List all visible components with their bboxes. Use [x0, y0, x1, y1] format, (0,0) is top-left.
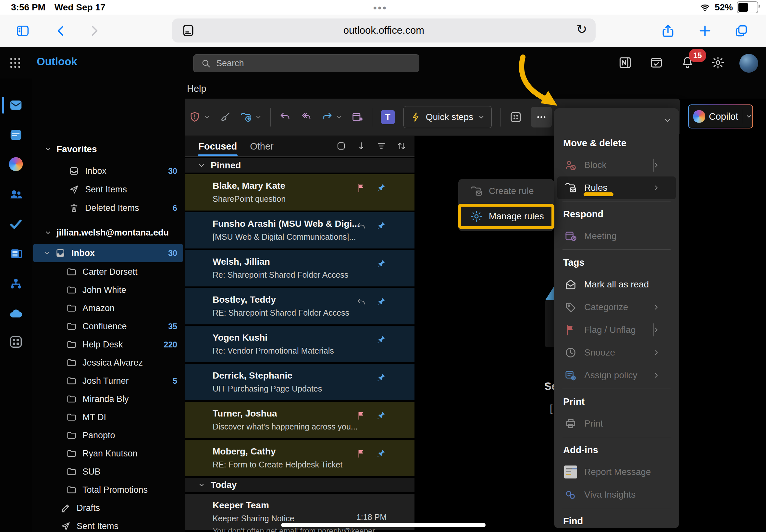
- folder-carter-dorsett[interactable]: Carter Dorsett: [33, 263, 183, 281]
- folder-total-promotions[interactable]: Total Promotions: [33, 481, 183, 499]
- reload-icon[interactable]: ↻: [576, 22, 587, 37]
- chevron-right-icon: [652, 161, 660, 169]
- back-button[interactable]: [52, 15, 70, 47]
- pin-icon: [375, 296, 386, 307]
- group-header-pinned[interactable]: Pinned: [185, 158, 415, 173]
- reply-all-button[interactable]: [300, 111, 312, 123]
- new-tab-button[interactable]: [696, 15, 714, 47]
- favorites-item-sent-items[interactable]: Sent Items: [33, 180, 183, 199]
- page-menu-icon[interactable]: [181, 23, 195, 38]
- email-sender: Keeper Team: [213, 500, 415, 511]
- folder-sent-items[interactable]: Sent Items: [33, 517, 183, 532]
- folder-sub[interactable]: SUB: [33, 463, 183, 481]
- rail-item-people[interactable]: [0, 183, 32, 206]
- tab-focused[interactable]: Focused: [198, 141, 237, 152]
- tabs-button[interactable]: [732, 15, 750, 47]
- filter-button[interactable]: [376, 141, 387, 152]
- broom-button[interactable]: [219, 111, 231, 123]
- sidebar-toggle-button[interactable]: [14, 15, 32, 47]
- rail-item-calendar[interactable]: [0, 124, 32, 146]
- teams-button[interactable]: T: [381, 110, 395, 124]
- chevron-down-icon: [203, 114, 211, 121]
- avatar[interactable]: [739, 54, 758, 73]
- favorites-header[interactable]: Favorites: [33, 140, 183, 158]
- mark-read-icon: [564, 278, 577, 291]
- folder-help-desk[interactable]: Help Desk220: [33, 335, 183, 354]
- folder-john-white[interactable]: John White: [33, 281, 183, 299]
- onenote-feed-icon[interactable]: [618, 55, 632, 70]
- folder-miranda-bly[interactable]: Miranda Bly: [33, 390, 183, 408]
- folder-icon: [66, 394, 77, 404]
- menu-item-report-message: Report Message: [557, 461, 676, 483]
- folder-icon: [66, 448, 77, 459]
- menu-divider: [563, 201, 671, 201]
- rail-item-more-apps[interactable]: [0, 331, 32, 353]
- folder-inbox[interactable]: Inbox30: [33, 244, 183, 262]
- folder-josh-turner[interactable]: Josh Turner5: [33, 372, 183, 390]
- submenu-item-manage-rules[interactable]: Manage rules: [458, 204, 554, 229]
- folder-panopto[interactable]: Panopto: [33, 426, 183, 444]
- arrow-down-button[interactable]: [356, 141, 366, 152]
- email-row[interactable]: Turner, JoshuaDiscover what's happening …: [185, 402, 415, 438]
- email-row[interactable]: Yogen KushiRe: Vendor Promotional Materi…: [185, 326, 415, 362]
- onedrive-app-icon: [8, 307, 23, 321]
- rail-item-copilot[interactable]: [0, 153, 32, 175]
- sort-button[interactable]: [396, 141, 407, 152]
- lightning-icon: [410, 112, 421, 123]
- shield-icon: [188, 111, 201, 123]
- group-header-today[interactable]: Today: [185, 478, 415, 492]
- folder-mt-di[interactable]: MT DI: [33, 408, 183, 426]
- share-button[interactable]: [659, 15, 677, 47]
- tab-other[interactable]: Other: [250, 141, 273, 152]
- account-header[interactable]: jillian.welsh@montana.edu: [33, 224, 183, 242]
- folder-icon: [66, 412, 77, 422]
- tab-help[interactable]: Help: [187, 80, 206, 97]
- settings-gear-icon[interactable]: [711, 55, 725, 70]
- folder-drafts[interactable]: Drafts: [33, 499, 183, 517]
- chevron-down-icon[interactable]: [663, 116, 672, 125]
- email-row[interactable]: Derrick, StephanieUIT Purchasing Page Up…: [185, 364, 415, 400]
- email-subject: RE: Sharepoint Shared Folder Access: [213, 308, 415, 318]
- folder-confluence[interactable]: Confluence35: [33, 317, 183, 335]
- favorites-item-inbox[interactable]: Inbox30: [33, 162, 183, 180]
- cal-sparkle-button[interactable]: [351, 111, 363, 123]
- folder-ryan-knutson[interactable]: Ryan Knutson: [33, 444, 183, 463]
- folder-move-button[interactable]: [240, 111, 262, 123]
- menu-item-block: Block: [557, 154, 676, 176]
- broom-icon: [219, 111, 231, 123]
- publisher-app-icon: [8, 246, 23, 261]
- rail-item-onedrive[interactable]: [0, 303, 32, 325]
- email-row[interactable]: Bostley, TeddyRE: Sharepoint Shared Fold…: [185, 288, 415, 324]
- email-row[interactable]: Blake, Mary KateSharePoint question: [185, 174, 415, 211]
- email-subject: Re: Sharepoint Shared Folder Access: [213, 270, 415, 280]
- rail-item-publisher[interactable]: [0, 242, 32, 265]
- outlook-logo[interactable]: Outlook: [37, 55, 77, 68]
- rail-item-mail[interactable]: [0, 94, 32, 116]
- email-row[interactable]: Funsho Arashi (MSU Web & Digi...[MSU Web…: [185, 212, 415, 248]
- my-day-icon[interactable]: [649, 55, 663, 70]
- copilot-button[interactable]: Copilot: [688, 104, 753, 128]
- favorites-item-deleted-items[interactable]: Deleted Items6: [33, 199, 183, 217]
- shield-button[interactable]: [188, 111, 211, 123]
- email-row[interactable]: Welsh, JillianRe: Sharepoint Shared Fold…: [185, 250, 415, 286]
- address-bar[interactable]: outlook.office.com ↻: [172, 18, 596, 42]
- menu-item-mark-all-as-read[interactable]: Mark all as read: [557, 273, 676, 296]
- app-launcher-icon[interactable]: [8, 56, 22, 70]
- pin-icon: [375, 372, 386, 383]
- rail-item-todo[interactable]: [0, 212, 32, 235]
- email-row[interactable]: Moberg, CathyRE: Form to Create Helpdesk…: [185, 440, 415, 476]
- search-input[interactable]: Search: [193, 54, 420, 72]
- rail-item-org-chart[interactable]: [0, 272, 32, 295]
- menu-item-rules[interactable]: Rules: [557, 176, 676, 199]
- plus-icon: [698, 24, 712, 38]
- undo-button[interactable]: [279, 111, 291, 123]
- multi-select-button[interactable]: [336, 141, 346, 152]
- home-indicator[interactable]: [281, 523, 486, 527]
- forward-button[interactable]: [321, 111, 343, 123]
- quick-steps-button[interactable]: Quick steps: [404, 106, 492, 128]
- folder-move-icon: [240, 111, 252, 123]
- forward-button[interactable]: [85, 15, 103, 47]
- folder-amazon[interactable]: Amazon: [33, 299, 183, 317]
- menu-section-find: Find: [554, 510, 679, 528]
- folder-jessica-alvarez[interactable]: Jessica Alvarez: [33, 354, 183, 372]
